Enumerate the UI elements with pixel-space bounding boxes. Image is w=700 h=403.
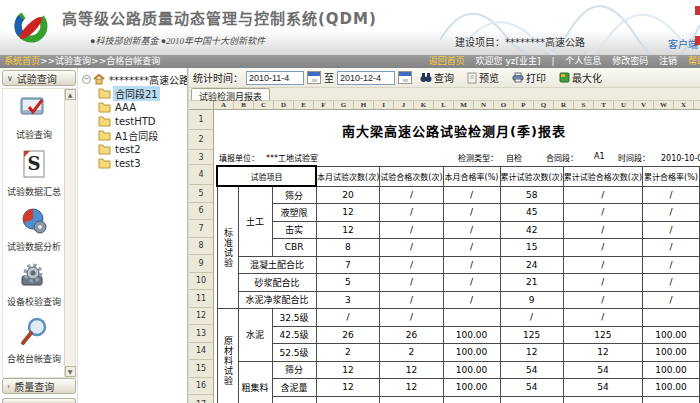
column-letter[interactable]: B <box>234 101 254 110</box>
grid-cell[interactable]: 液塑限 <box>272 204 316 222</box>
column-letter[interactable]: R <box>554 101 574 110</box>
print-button[interactable]: 打印 <box>507 70 551 85</box>
grid-cell[interactable] <box>443 309 500 327</box>
tree-node-a1-contract[interactable]: A1合同段 <box>98 128 187 142</box>
grid-cell[interactable]: / <box>643 256 700 274</box>
selected-cell-header[interactable]: 试验项目 <box>217 166 316 186</box>
row-number[interactable]: 5 <box>189 185 214 203</box>
row-number[interactable]: 6 <box>189 203 214 221</box>
grid-cell[interactable]: / <box>380 221 443 239</box>
grid-cell[interactable]: 125 <box>563 326 642 344</box>
tree-node-testhtd[interactable]: testHTD <box>98 114 187 128</box>
grid-cell[interactable]: / <box>500 309 563 327</box>
grid-cell[interactable]: 混凝土配合比 <box>238 256 316 274</box>
grid-cell[interactable]: 12 <box>380 379 443 397</box>
row-number[interactable]: 14 <box>189 343 214 361</box>
grid-cell[interactable]: 20 <box>316 186 380 204</box>
grid-cell[interactable]: 58 <box>500 186 563 204</box>
column-letter[interactable]: H <box>354 101 374 110</box>
grid-cell[interactable]: 水泥净浆配合比 <box>238 291 316 309</box>
column-letter[interactable]: J <box>394 101 414 110</box>
grid-cell[interactable] <box>500 396 563 403</box>
grid-cell[interactable]: 125 <box>500 326 563 344</box>
scroll-up-icon[interactable]: ▲ <box>65 89 76 100</box>
grid-cell[interactable]: 100.00 <box>443 326 500 344</box>
row-number[interactable]: 16 <box>189 378 214 396</box>
grid-cell[interactable]: / <box>380 309 443 327</box>
grid-cell[interactable]: 12 <box>316 221 380 239</box>
group-cell[interactable]: 标准试验 <box>217 186 238 309</box>
grid-cell[interactable]: 12 <box>316 379 380 397</box>
grid-cell[interactable] <box>643 309 700 327</box>
row-number[interactable]: 2 <box>189 130 214 150</box>
query-button[interactable]: 查询 <box>415 70 459 85</box>
grid-cell[interactable]: 100.00 <box>443 344 500 362</box>
grid-cell[interactable] <box>272 396 316 403</box>
calendar-icon[interactable] <box>307 71 321 84</box>
column-letter[interactable]: L <box>434 101 454 110</box>
grid-cell[interactable]: / <box>643 186 700 204</box>
grid-cell[interactable]: 26 <box>316 326 380 344</box>
column-letter[interactable]: S <box>574 101 594 110</box>
group-cell[interactable]: 原材料试验 <box>217 309 238 403</box>
grid-cell[interactable]: / <box>643 204 700 222</box>
sidebar-item-data-analysis[interactable]: 试验数据分析 <box>7 207 61 253</box>
date-to-input[interactable] <box>337 71 395 85</box>
row-number[interactable]: 3 <box>189 150 214 165</box>
grid-cell[interactable]: / <box>380 239 443 257</box>
tree-node-aaa[interactable]: AAA <box>98 100 187 114</box>
grid-cell[interactable]: 100.00 <box>443 361 500 379</box>
tree-root[interactable]: − ********高速公路 <box>82 72 187 86</box>
grid-cell[interactable]: / <box>563 186 642 204</box>
grid-cell[interactable]: / <box>563 309 642 327</box>
maximize-button[interactable]: 最大化 <box>554 70 607 85</box>
grid-cell[interactable]: / <box>643 274 700 292</box>
sidebar-item-test-query[interactable]: 试验查询 <box>16 95 52 141</box>
grid-cell[interactable]: / <box>643 221 700 239</box>
grid-cell[interactable]: 15 <box>500 239 563 257</box>
grid-cell[interactable]: / <box>443 221 500 239</box>
grid-cell[interactable]: / <box>380 186 443 204</box>
grid-cell[interactable]: 筛分 <box>272 186 316 204</box>
col-header[interactable]: 本月合格率(%) <box>443 166 500 186</box>
grid-cell[interactable]: 砂浆配合比 <box>238 274 316 292</box>
grid-cell[interactable]: / <box>443 186 500 204</box>
row-number[interactable]: 12 <box>189 308 214 326</box>
grid-cell[interactable]: 9 <box>500 291 563 309</box>
grid-cell[interactable]: 5 <box>316 274 380 292</box>
grid-cell[interactable]: 100.00 <box>643 361 700 379</box>
grid-cell[interactable]: 12 <box>500 344 563 362</box>
grid-cell[interactable]: / <box>563 204 642 222</box>
sidebar-item-equipment-check[interactable]: 设备校验查询 <box>7 262 61 308</box>
change-password-link[interactable]: 修改密码 <box>612 56 648 66</box>
grid-cell[interactable]: / <box>380 274 443 292</box>
column-letter[interactable]: D <box>274 101 294 110</box>
grid-cell[interactable] <box>563 396 642 403</box>
row-number[interactable]: 11 <box>189 290 214 308</box>
row-number[interactable]: 13 <box>189 325 214 343</box>
grid-cell[interactable]: 100.00 <box>643 344 700 362</box>
column-letter[interactable]: T <box>594 101 614 110</box>
subgroup-cell[interactable]: 土工 <box>238 186 272 256</box>
grid-cell[interactable]: / <box>380 256 443 274</box>
row-number[interactable]: 1 <box>189 110 214 130</box>
grid-cell[interactable]: 54 <box>500 361 563 379</box>
grid-cell[interactable] <box>316 396 380 403</box>
calendar-icon[interactable] <box>398 71 412 84</box>
row-number[interactable]: 10 <box>189 273 214 291</box>
column-letter[interactable]: C <box>254 101 274 110</box>
row-number[interactable]: 9 <box>189 255 214 273</box>
grid-cell[interactable]: 8 <box>316 239 380 257</box>
tab-monthly-report[interactable]: 试验检测月报表 <box>191 88 270 100</box>
sheet-corner[interactable] <box>189 101 214 110</box>
grid-cell[interactable]: / <box>643 239 700 257</box>
grid-cell[interactable]: 32.5级 <box>272 309 316 327</box>
grid-cell[interactable]: 42.5级 <box>272 326 316 344</box>
tree-node-test3[interactable]: test3 <box>98 156 187 170</box>
column-letter[interactable]: W <box>654 101 674 110</box>
grid-cell[interactable]: 26 <box>380 326 443 344</box>
personal-info-link[interactable]: 个人信息 <box>565 56 601 66</box>
grid-cell[interactable]: 12 <box>316 204 380 222</box>
grid-cell[interactable]: 21 <box>500 274 563 292</box>
row-number[interactable]: 15 <box>189 360 214 378</box>
